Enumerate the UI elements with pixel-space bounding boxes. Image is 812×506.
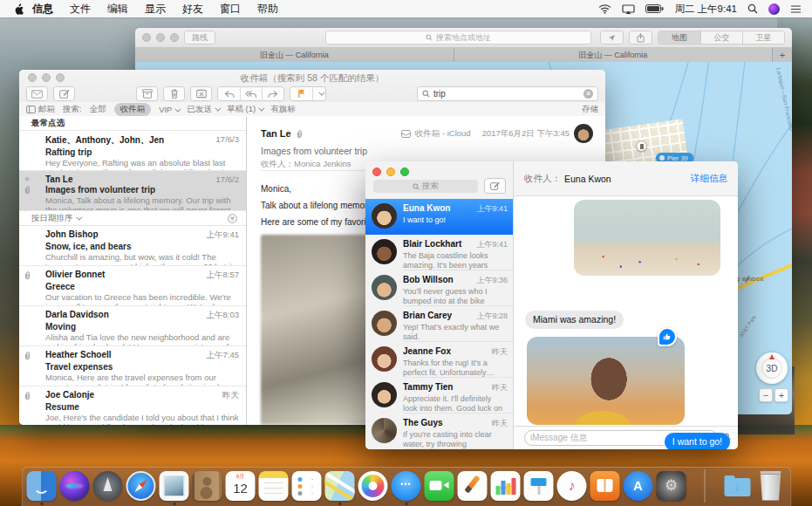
forward-button[interactable] [262, 87, 283, 100]
menu-item[interactable]: 窗口 [220, 2, 241, 17]
photos-icon[interactable] [358, 471, 388, 501]
menu-item[interactable]: 显示 [145, 2, 166, 17]
clear-search-icon[interactable]: ✕ [583, 89, 593, 99]
notes-icon[interactable] [259, 471, 289, 501]
dock-item[interactable] [722, 471, 753, 501]
dock-item[interactable] [391, 471, 421, 501]
numbers-icon[interactable] [491, 471, 521, 501]
notification-center-icon[interactable] [790, 4, 802, 14]
mail-list-item[interactable]: Katie、Anthony、John、Jen17/6/3 Rafting tri… [19, 131, 246, 171]
battery-icon[interactable] [645, 4, 664, 13]
conversation-list-item[interactable]: Bob Willson 上午9:36 You'll never guess wh… [365, 270, 513, 306]
launchpad-icon[interactable] [93, 471, 123, 501]
siri-icon[interactable] [768, 3, 780, 15]
scope-inbox[interactable]: 收件箱 [114, 103, 152, 116]
messages-window-controls[interactable] [372, 168, 409, 176]
dock-item[interactable] [258, 471, 289, 501]
dock-item[interactable] [689, 469, 720, 503]
delete-button[interactable] [163, 86, 185, 101]
details-button[interactable]: 详细信息 [691, 173, 727, 185]
calendar-icon[interactable] [226, 471, 256, 501]
received-photo-portrait[interactable] [527, 337, 685, 425]
close-icon[interactable] [372, 168, 381, 176]
appstore-icon[interactable] [624, 471, 653, 501]
zoom-icon[interactable] [400, 168, 409, 176]
mail-list-item[interactable]: John Bishop上午9:41 Snow, ice, and bears C… [19, 226, 246, 266]
dock-divider[interactable] [704, 469, 705, 503]
dock-item[interactable] [26, 471, 57, 501]
finder-icon[interactable] [27, 471, 57, 501]
maps-search-input[interactable]: 搜索地点或地址 [325, 31, 591, 44]
dock-item[interactable] [159, 471, 189, 501]
pages-icon[interactable] [458, 471, 488, 501]
conversation-list-item[interactable]: The Guys 昨天 If you're casting into clear… [365, 414, 513, 449]
messages-icon[interactable] [392, 471, 421, 501]
zoom-icon[interactable] [170, 33, 179, 42]
menu-item[interactable]: 帮助 [257, 2, 278, 17]
maps-tab[interactable]: 旧金山 — California [454, 48, 774, 62]
menu-item[interactable]: 文件 [70, 2, 91, 17]
sent-photo-beach[interactable] [574, 200, 720, 276]
dock-item[interactable] [291, 471, 322, 501]
share-button[interactable] [629, 31, 652, 44]
map-3d-compass-button[interactable]: 3D [756, 352, 788, 384]
reminders-icon[interactable] [292, 471, 322, 501]
flag-button[interactable] [290, 87, 312, 100]
maps-mode-segment[interactable]: 地图 [658, 31, 700, 44]
siri-icon[interactable] [60, 471, 90, 501]
conversation-search-input[interactable]: 搜索 [373, 180, 478, 193]
filter-icon[interactable] [228, 214, 237, 223]
close-icon[interactable] [142, 33, 151, 42]
menu-item[interactable]: 信息 [32, 2, 53, 17]
new-tab-button[interactable]: + [773, 48, 792, 62]
keynote-icon[interactable] [524, 471, 554, 501]
mail-list-item[interactable]: ★ Tan Le17/6/2 Images from volunteer tri… [19, 171, 246, 211]
dock-item[interactable] [457, 471, 488, 501]
conversation-list-item[interactable]: Tammy Tien 昨天 Appreciate it. I'll defini… [365, 378, 513, 414]
reply-button[interactable] [218, 87, 240, 100]
map-zoom-out-button[interactable]: − [759, 388, 773, 402]
dock-item[interactable] [92, 471, 123, 501]
directions-button[interactable]: 路线 [184, 31, 215, 44]
dock-item[interactable] [556, 471, 587, 501]
downloads-folder-icon[interactable] [723, 471, 753, 501]
conversation-list-item[interactable]: Brian Carey 上午9:28 Yep! That's exactly w… [365, 306, 513, 342]
archive-button[interactable] [136, 86, 158, 101]
mail-icon[interactable] [160, 471, 189, 501]
maps-window-controls[interactable] [142, 33, 179, 42]
dock-item[interactable] [225, 471, 256, 501]
itunes-icon[interactable] [557, 471, 587, 501]
map-monument-pin[interactable] [636, 140, 647, 152]
system-preferences-icon[interactable] [657, 471, 686, 501]
ibooks-icon[interactable] [590, 471, 620, 501]
contacts-icon[interactable] [193, 471, 222, 501]
menu-item[interactable]: 编辑 [107, 2, 128, 17]
thumbs-up-tapback-icon[interactable] [658, 327, 677, 346]
menu-bar-clock[interactable]: 周二 上午9:41 [674, 3, 737, 16]
dock-item[interactable] [656, 471, 686, 501]
junk-button[interactable] [190, 86, 212, 101]
compose-message-button[interactable] [484, 178, 506, 194]
dock-item[interactable] [126, 471, 156, 501]
dock-item[interactable] [523, 471, 554, 501]
mail-list-item[interactable]: Joe Calonje昨天 Resume Joe, Here's the can… [19, 386, 246, 425]
conversation-list-item[interactable]: Jeanne Fox 昨天 Thanks for the rug! It's a… [365, 342, 513, 378]
save-search-button[interactable]: 存储 [582, 104, 598, 115]
dock-item[interactable] [324, 471, 355, 501]
mail-list-item[interactable]: Darla Davidson上午8:03 Moving Alisha and T… [19, 306, 246, 346]
safari-icon[interactable] [126, 471, 156, 501]
sent-message-bubble[interactable]: I want to go! [665, 433, 730, 449]
minimize-icon[interactable] [386, 168, 395, 176]
airplay-display-icon[interactable] [622, 4, 635, 14]
received-message-bubble[interactable]: Miami was amazing! [525, 311, 624, 329]
scope-flagged[interactable]: 有旗标 [270, 104, 296, 115]
mail-list-item[interactable]: Heather Schoell上午7:45 Travel expenses Mo… [19, 346, 246, 386]
get-mail-button[interactable] [26, 86, 48, 101]
minimize-icon[interactable] [156, 33, 165, 42]
scope-sent[interactable]: 已发送 [187, 104, 219, 115]
conversation-list-item[interactable]: Euna Kwon 上午9:41 I want to go! [365, 199, 513, 235]
maps-tab[interactable]: 旧金山 — California [135, 48, 454, 62]
dock-item[interactable] [590, 471, 620, 501]
maps-mode-segment[interactable]: 公交 [700, 31, 742, 44]
dock-item[interactable] [59, 471, 90, 501]
